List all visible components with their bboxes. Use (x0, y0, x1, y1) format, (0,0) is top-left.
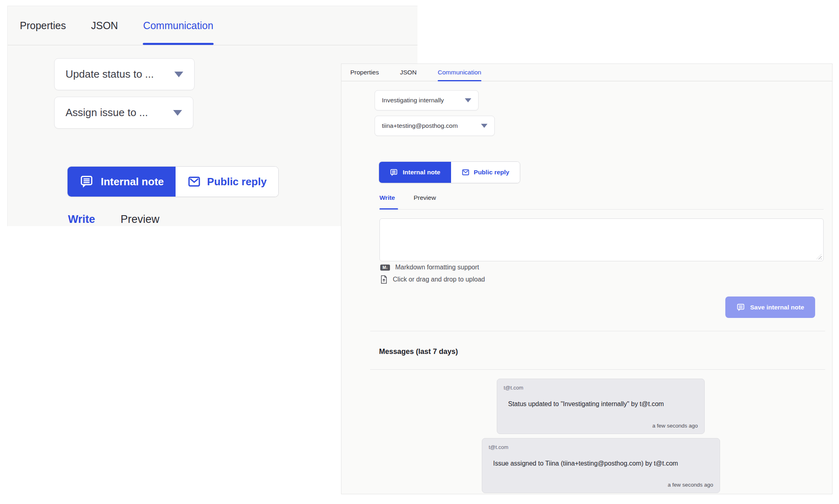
mail-icon (187, 175, 201, 188)
tab-write[interactable]: Write (68, 213, 95, 226)
tab-properties[interactable]: Properties (350, 69, 379, 76)
upload-hint-row[interactable]: Click or drag and drop to upload (380, 275, 485, 284)
update-status-label: Update status to ... (66, 68, 154, 80)
assign-issue-dropdown[interactable]: tiina+testing@posthog.com (375, 116, 495, 136)
active-tab-underline (379, 208, 398, 210)
note-type-toggle: Internal note Public reply (379, 161, 520, 183)
note-icon (79, 174, 94, 189)
screen: Properties JSON Communication Update sta… (0, 0, 839, 504)
markdown-hint-row: M↓ Markdown formatting support (380, 264, 479, 271)
tab-communication[interactable]: Communication (438, 69, 481, 76)
upload-file-icon (380, 275, 388, 284)
editor-tab-bar: Write Preview (68, 213, 159, 226)
markdown-icon: M↓ (380, 265, 390, 271)
note-type-toggle: Internal note Public reply (67, 166, 279, 197)
tab-json[interactable]: JSON (91, 20, 118, 32)
internal-note-label: Internal note (403, 169, 440, 176)
note-icon (736, 303, 745, 312)
assign-issue-dropdown[interactable]: Assign issue to ... (54, 97, 193, 129)
caret-down-icon (174, 72, 183, 77)
internal-note-button[interactable]: Internal note (379, 162, 451, 183)
internal-note-button[interactable]: Internal note (68, 167, 176, 197)
status-value: Investigating internally (382, 97, 444, 104)
note-textarea[interactable] (379, 218, 824, 261)
message-timestamp: a few seconds ago (652, 423, 698, 429)
tab-bar: Properties JSON Communication (341, 64, 832, 81)
divider (370, 369, 825, 370)
tab-write[interactable]: Write (379, 194, 395, 201)
message-text: Issue assigned to Tiina (tiina+testing@p… (493, 460, 713, 467)
tab-communication[interactable]: Communication (143, 20, 214, 32)
editor-tab-bar: Write Preview (379, 194, 436, 201)
update-status-dropdown[interactable]: Update status to ... (54, 58, 195, 90)
note-icon (390, 168, 398, 177)
message-author: t@t.com (489, 444, 713, 450)
divider (379, 209, 824, 210)
message-card: t@t.com Issue assigned to Tiina (tiina+t… (482, 438, 720, 493)
issue-panel: Properties JSON Communication Investigat… (341, 64, 833, 494)
tab-bar: Properties JSON Communication (8, 6, 417, 45)
tab-json[interactable]: JSON (400, 69, 417, 76)
public-reply-button[interactable]: Public reply (176, 167, 278, 197)
assign-issue-label: Assign issue to ... (66, 106, 148, 119)
upload-hint-text: Click or drag and drop to upload (393, 276, 485, 283)
markdown-hint-text: Markdown formatting support (395, 264, 479, 271)
caret-down-icon (481, 124, 487, 128)
message-timestamp: a few seconds ago (667, 482, 713, 488)
message-card: t@t.com Status updated to "Investigating… (497, 379, 705, 434)
save-internal-note-button[interactable]: Save internal note (725, 296, 815, 318)
caret-down-icon (465, 98, 471, 102)
divider (370, 331, 825, 331)
mail-icon (462, 168, 470, 176)
tab-properties[interactable]: Properties (20, 20, 66, 32)
assignee-value: tiina+testing@posthog.com (382, 122, 458, 129)
tab-preview[interactable]: Preview (121, 213, 159, 226)
message-author: t@t.com (504, 385, 698, 391)
message-text: Status updated to "Investigating interna… (508, 400, 698, 408)
public-reply-button[interactable]: Public reply (451, 162, 520, 183)
caret-down-icon (173, 110, 182, 116)
update-status-dropdown[interactable]: Investigating internally (375, 90, 479, 110)
internal-note-label: Internal note (101, 176, 164, 188)
save-internal-note-label: Save internal note (750, 304, 804, 311)
public-reply-label: Public reply (207, 176, 267, 188)
public-reply-label: Public reply (474, 169, 509, 176)
tab-preview[interactable]: Preview (413, 194, 436, 201)
messages-heading: Messages (last 7 days) (379, 347, 458, 356)
